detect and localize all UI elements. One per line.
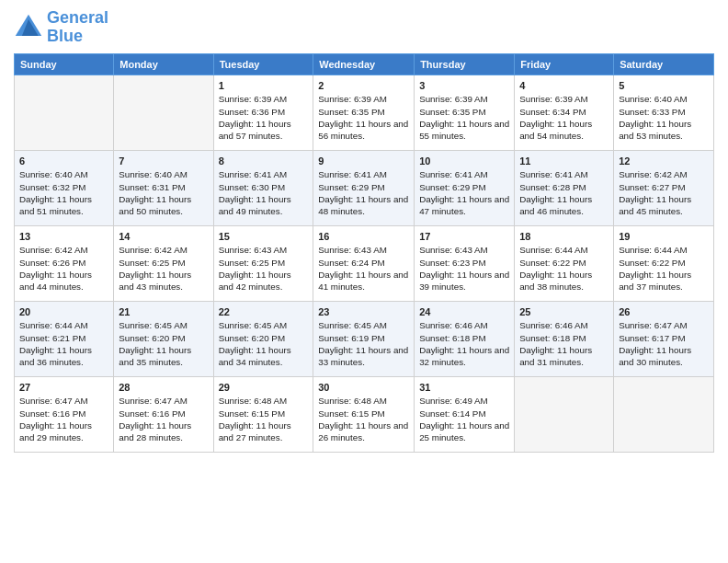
day-info: Sunrise: 6:44 AM Sunset: 6:22 PM Dayligh…: [619, 244, 709, 293]
day-info: Sunrise: 6:45 AM Sunset: 6:20 PM Dayligh…: [219, 319, 309, 368]
day-info: Sunrise: 6:41 AM Sunset: 6:29 PM Dayligh…: [318, 168, 409, 217]
day-number: 1: [219, 79, 309, 93]
day-cell: 2Sunrise: 6:39 AM Sunset: 6:35 PM Daylig…: [313, 75, 415, 150]
day-cell: 15Sunrise: 6:43 AM Sunset: 6:25 PM Dayli…: [213, 225, 313, 301]
week-row-0: 1Sunrise: 6:39 AM Sunset: 6:36 PM Daylig…: [15, 75, 714, 150]
day-cell: 22Sunrise: 6:45 AM Sunset: 6:20 PM Dayli…: [213, 301, 313, 376]
th-tuesday: Tuesday: [213, 53, 313, 75]
th-monday: Monday: [114, 53, 213, 75]
day-info: Sunrise: 6:40 AM Sunset: 6:31 PM Dayligh…: [119, 168, 208, 217]
th-friday: Friday: [515, 53, 614, 75]
day-number: 2: [318, 79, 409, 93]
day-cell: 6Sunrise: 6:40 AM Sunset: 6:32 PM Daylig…: [15, 150, 114, 225]
day-number: 7: [119, 155, 208, 168]
day-cell: 12Sunrise: 6:42 AM Sunset: 6:27 PM Dayli…: [614, 150, 714, 225]
day-number: 27: [19, 381, 108, 395]
day-info: Sunrise: 6:48 AM Sunset: 6:15 PM Dayligh…: [318, 395, 409, 443]
day-cell: 17Sunrise: 6:43 AM Sunset: 6:23 PM Dayli…: [415, 225, 515, 301]
day-info: Sunrise: 6:43 AM Sunset: 6:24 PM Dayligh…: [318, 244, 409, 293]
day-cell: 24Sunrise: 6:46 AM Sunset: 6:18 PM Dayli…: [415, 301, 515, 376]
day-cell: 8Sunrise: 6:41 AM Sunset: 6:30 PM Daylig…: [213, 150, 313, 225]
week-row-4: 27Sunrise: 6:47 AM Sunset: 6:16 PM Dayli…: [15, 376, 714, 452]
day-cell: 1Sunrise: 6:39 AM Sunset: 6:36 PM Daylig…: [213, 75, 313, 150]
day-number: 30: [318, 381, 409, 395]
day-cell: 18Sunrise: 6:44 AM Sunset: 6:22 PM Dayli…: [515, 225, 614, 301]
day-info: Sunrise: 6:39 AM Sunset: 6:36 PM Dayligh…: [219, 93, 309, 142]
day-number: 13: [19, 230, 108, 244]
day-info: Sunrise: 6:42 AM Sunset: 6:25 PM Dayligh…: [119, 244, 208, 293]
day-cell: [515, 376, 614, 452]
day-number: 25: [519, 305, 609, 319]
day-number: 26: [619, 305, 709, 319]
day-info: Sunrise: 6:41 AM Sunset: 6:29 PM Dayligh…: [419, 168, 509, 217]
day-cell: 7Sunrise: 6:40 AM Sunset: 6:31 PM Daylig…: [114, 150, 213, 225]
day-cell: 25Sunrise: 6:46 AM Sunset: 6:18 PM Dayli…: [515, 301, 614, 376]
calendar: Sunday Monday Tuesday Wednesday Thursday…: [14, 53, 714, 453]
day-cell: 20Sunrise: 6:44 AM Sunset: 6:21 PM Dayli…: [15, 301, 114, 376]
day-cell: 19Sunrise: 6:44 AM Sunset: 6:22 PM Dayli…: [614, 225, 714, 301]
day-cell: 10Sunrise: 6:41 AM Sunset: 6:29 PM Dayli…: [415, 150, 515, 225]
day-info: Sunrise: 6:41 AM Sunset: 6:30 PM Dayligh…: [219, 168, 309, 217]
day-cell: 13Sunrise: 6:42 AM Sunset: 6:26 PM Dayli…: [15, 225, 114, 301]
day-number: 4: [519, 79, 609, 93]
day-cell: [614, 376, 714, 452]
day-info: Sunrise: 6:45 AM Sunset: 6:19 PM Dayligh…: [318, 319, 409, 368]
day-cell: 31Sunrise: 6:49 AM Sunset: 6:14 PM Dayli…: [415, 376, 515, 452]
day-number: 29: [219, 381, 309, 395]
day-cell: 3Sunrise: 6:39 AM Sunset: 6:35 PM Daylig…: [415, 75, 515, 150]
day-cell: 27Sunrise: 6:47 AM Sunset: 6:16 PM Dayli…: [15, 376, 114, 452]
day-number: 28: [119, 381, 208, 395]
day-info: Sunrise: 6:44 AM Sunset: 6:21 PM Dayligh…: [19, 319, 108, 368]
day-info: Sunrise: 6:41 AM Sunset: 6:28 PM Dayligh…: [519, 168, 609, 217]
day-number: 31: [419, 381, 509, 395]
day-number: 5: [619, 79, 709, 93]
day-cell: 30Sunrise: 6:48 AM Sunset: 6:15 PM Dayli…: [313, 376, 415, 452]
day-info: Sunrise: 6:43 AM Sunset: 6:25 PM Dayligh…: [219, 244, 309, 293]
th-wednesday: Wednesday: [313, 53, 415, 75]
day-info: Sunrise: 6:39 AM Sunset: 6:35 PM Dayligh…: [419, 93, 509, 142]
week-row-2: 13Sunrise: 6:42 AM Sunset: 6:26 PM Dayli…: [15, 225, 714, 301]
day-number: 10: [419, 155, 509, 168]
day-info: Sunrise: 6:42 AM Sunset: 6:26 PM Dayligh…: [19, 244, 108, 293]
day-cell: 29Sunrise: 6:48 AM Sunset: 6:15 PM Dayli…: [213, 376, 313, 452]
day-cell: [114, 75, 213, 150]
day-info: Sunrise: 6:39 AM Sunset: 6:34 PM Dayligh…: [519, 93, 609, 142]
day-info: Sunrise: 6:47 AM Sunset: 6:16 PM Dayligh…: [19, 395, 108, 443]
logo-icon: [14, 13, 43, 42]
day-cell: 9Sunrise: 6:41 AM Sunset: 6:29 PM Daylig…: [313, 150, 415, 225]
day-info: Sunrise: 6:48 AM Sunset: 6:15 PM Dayligh…: [219, 395, 309, 443]
day-number: 3: [419, 79, 509, 93]
day-number: 6: [19, 155, 108, 168]
day-cell: 14Sunrise: 6:42 AM Sunset: 6:25 PM Dayli…: [114, 225, 213, 301]
day-info: Sunrise: 6:46 AM Sunset: 6:18 PM Dayligh…: [519, 319, 609, 368]
day-number: 12: [619, 155, 709, 168]
day-info: Sunrise: 6:42 AM Sunset: 6:27 PM Dayligh…: [619, 168, 709, 217]
day-info: Sunrise: 6:47 AM Sunset: 6:17 PM Dayligh…: [619, 319, 709, 368]
header-row: Sunday Monday Tuesday Wednesday Thursday…: [15, 53, 714, 75]
logo: General Blue: [14, 9, 108, 46]
day-info: Sunrise: 6:39 AM Sunset: 6:35 PM Dayligh…: [318, 93, 409, 142]
day-cell: 23Sunrise: 6:45 AM Sunset: 6:19 PM Dayli…: [313, 301, 415, 376]
day-cell: 16Sunrise: 6:43 AM Sunset: 6:24 PM Dayli…: [313, 225, 415, 301]
day-number: 14: [119, 230, 208, 244]
day-number: 21: [119, 305, 208, 319]
day-info: Sunrise: 6:49 AM Sunset: 6:14 PM Dayligh…: [419, 395, 509, 443]
day-number: 15: [219, 230, 309, 244]
day-number: 20: [19, 305, 108, 319]
day-number: 22: [219, 305, 309, 319]
header: General Blue: [14, 9, 714, 46]
day-cell: 11Sunrise: 6:41 AM Sunset: 6:28 PM Dayli…: [515, 150, 614, 225]
th-saturday: Saturday: [614, 53, 714, 75]
page: General Blue Sunday Monday Tuesday Wedne…: [0, 0, 728, 563]
day-info: Sunrise: 6:43 AM Sunset: 6:23 PM Dayligh…: [419, 244, 509, 293]
day-number: 24: [419, 305, 509, 319]
day-number: 16: [318, 230, 409, 244]
day-number: 18: [519, 230, 609, 244]
day-info: Sunrise: 6:44 AM Sunset: 6:22 PM Dayligh…: [519, 244, 609, 293]
day-info: Sunrise: 6:40 AM Sunset: 6:33 PM Dayligh…: [619, 93, 709, 142]
day-info: Sunrise: 6:45 AM Sunset: 6:20 PM Dayligh…: [119, 319, 208, 368]
day-info: Sunrise: 6:47 AM Sunset: 6:16 PM Dayligh…: [119, 395, 208, 443]
day-cell: 28Sunrise: 6:47 AM Sunset: 6:16 PM Dayli…: [114, 376, 213, 452]
day-cell: 26Sunrise: 6:47 AM Sunset: 6:17 PM Dayli…: [614, 301, 714, 376]
day-cell: 4Sunrise: 6:39 AM Sunset: 6:34 PM Daylig…: [515, 75, 614, 150]
